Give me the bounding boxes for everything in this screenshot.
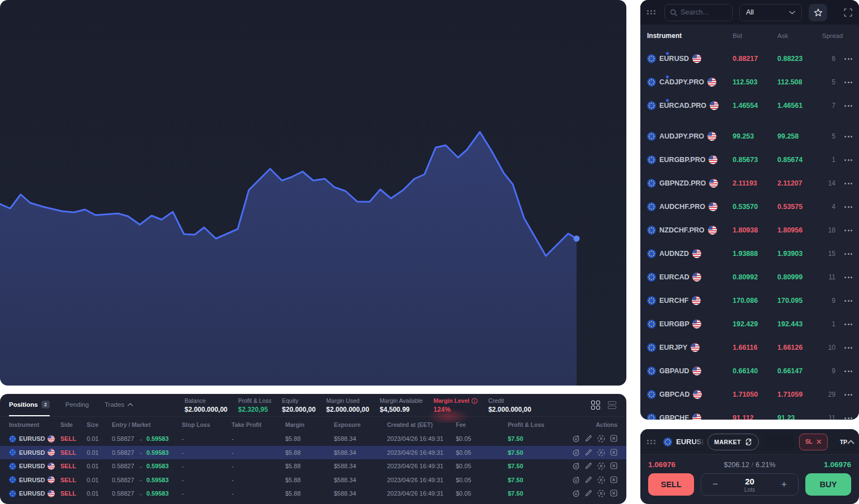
- bid-price[interactable]: 1.66116: [733, 344, 777, 351]
- position-id-icon[interactable]: ID: [572, 435, 580, 443]
- buy-button[interactable]: BUY: [805, 473, 851, 496]
- bid-price[interactable]: 2.11193: [733, 179, 777, 187]
- filter-dropdown[interactable]: All: [739, 4, 802, 21]
- watchlist-row[interactable]: EURUSD ★ 0.88217 0.88223 6: [640, 47, 859, 70]
- watchlist-row[interactable]: GBPAUD ★ 0.66140 0.66147 9: [640, 359, 859, 383]
- ask-price[interactable]: 1.46561: [777, 102, 822, 110]
- row-more-menu-icon[interactable]: [836, 417, 852, 419]
- watchlist-row[interactable]: GBPCAD ★ 1.71050 1.71059 29: [640, 383, 859, 406]
- watchlist-row[interactable]: AUDJPY.PRO ★ 99.253 99.258 5: [640, 125, 859, 148]
- grid-view-icon[interactable]: [591, 401, 600, 410]
- ask-price[interactable]: 1.66126: [777, 344, 822, 351]
- row-more-menu-icon[interactable]: [836, 394, 852, 396]
- watchlist-row[interactable]: GBPCHF ★ 91.112 91.23 11: [640, 406, 859, 420]
- close-position-icon[interactable]: [610, 462, 617, 469]
- row-more-menu-icon[interactable]: [836, 324, 852, 325]
- watchlist-row[interactable]: EURJPY ★ 1.66116 1.66126 10: [640, 336, 859, 359]
- ask-price[interactable]: 2.11207: [777, 179, 822, 187]
- watchlist-row[interactable]: AUDNZD ★ 1.93888 1.93903 15: [640, 242, 859, 265]
- watchlist-row[interactable]: EURGBP ★ 192.429 192.443 1: [640, 312, 859, 336]
- edit-icon[interactable]: [585, 476, 592, 483]
- bid-price[interactable]: 0.88217: [733, 55, 777, 63]
- bid-price[interactable]: 192.429: [733, 320, 777, 328]
- bid-price[interactable]: 1.80938: [733, 226, 777, 234]
- close-by-icon[interactable]: [597, 435, 605, 443]
- position-row[interactable]: EURUSD SELL 0.01 0.58827 → 0.59583 - - $…: [0, 459, 626, 473]
- row-more-menu-icon[interactable]: [836, 253, 852, 255]
- row-more-menu-icon[interactable]: [836, 206, 852, 208]
- order-amount-field[interactable]: [764, 434, 794, 450]
- bid-price[interactable]: 1.93888: [733, 250, 777, 258]
- close-position-icon[interactable]: [610, 476, 617, 483]
- edit-icon[interactable]: [585, 449, 592, 456]
- position-id-icon[interactable]: ID: [572, 449, 580, 457]
- close-by-icon[interactable]: [597, 462, 605, 470]
- watchlist-row[interactable]: EURCHF ★ 170.086 170.095 9: [640, 289, 859, 312]
- position-row[interactable]: EURUSD SELL 0.01 0.58827 → 0.59583 - - $…: [0, 487, 626, 501]
- ask-price[interactable]: 192.443: [777, 320, 822, 328]
- row-more-menu-icon[interactable]: [836, 82, 852, 83]
- bid-price[interactable]: 0.53570: [733, 203, 777, 211]
- take-profit-toggle[interactable]: TP: [840, 439, 847, 445]
- position-row[interactable]: EURUSD SELL 0.01 0.58827 → 0.59583 - - $…: [0, 432, 626, 446]
- ask-price[interactable]: 1.71059: [777, 391, 822, 398]
- watchlist-row[interactable]: AUDCHF.PRO ★ 0.53570 0.53575 4: [640, 195, 859, 218]
- sell-button[interactable]: SELL: [648, 473, 694, 496]
- row-more-menu-icon[interactable]: [836, 230, 852, 231]
- increase-quantity-button[interactable]: +: [779, 479, 789, 490]
- watchlist-row[interactable]: EURCAD ★ 0.80992 0.80999 11: [640, 265, 859, 289]
- position-row[interactable]: EURUSD SELL 0.01 0.58827 → 0.59583 - - $…: [0, 446, 626, 460]
- close-position-icon[interactable]: [610, 449, 617, 456]
- bid-price[interactable]: 112.503: [733, 78, 777, 86]
- position-id-icon[interactable]: ID: [572, 462, 580, 470]
- bid-price[interactable]: 0.85673: [733, 156, 777, 164]
- expand-panel-button[interactable]: [844, 8, 852, 17]
- drag-handle-icon[interactable]: [647, 10, 656, 15]
- position-id-icon[interactable]: ID: [572, 476, 580, 484]
- ask-price[interactable]: 1.80956: [777, 226, 822, 234]
- decrease-quantity-button[interactable]: −: [710, 479, 720, 490]
- ask-price[interactable]: 112.508: [777, 78, 822, 86]
- position-row[interactable]: EURUSD SELL 0.01 0.58827 → 0.59583 - - $…: [0, 473, 626, 487]
- list-view-icon[interactable]: [608, 401, 616, 409]
- ask-price[interactable]: 0.53575: [777, 203, 822, 211]
- watchlist-row[interactable]: GBPNZD.PRO ★ 2.11193 2.11207 14: [640, 172, 859, 195]
- close-position-icon[interactable]: [610, 435, 617, 442]
- bid-price[interactable]: 0.66140: [733, 367, 777, 375]
- position-id-icon[interactable]: ID: [572, 489, 580, 497]
- tab-trades[interactable]: Trades: [105, 394, 133, 416]
- close-by-icon[interactable]: [597, 489, 605, 497]
- quantity-display[interactable]: 20 Lots: [720, 477, 779, 493]
- close-by-icon[interactable]: [597, 449, 605, 457]
- bid-price[interactable]: 99.253: [733, 132, 777, 140]
- row-more-menu-icon[interactable]: [836, 105, 852, 107]
- ask-price[interactable]: 0.88223: [777, 55, 822, 63]
- edit-icon[interactable]: [585, 489, 592, 497]
- ask-price[interactable]: 0.66147: [777, 367, 822, 375]
- search-box[interactable]: [664, 4, 733, 21]
- tab-pending[interactable]: Pending: [65, 394, 89, 416]
- close-by-icon[interactable]: [597, 476, 605, 484]
- watchlist-row[interactable]: EURCAD.PRO ★ 1.46554 1.46561 7: [640, 94, 859, 117]
- row-more-menu-icon[interactable]: [836, 300, 852, 302]
- remove-sl-icon[interactable]: [816, 439, 822, 444]
- ask-price[interactable]: 1.93903: [777, 250, 822, 258]
- row-more-menu-icon[interactable]: [836, 370, 852, 372]
- watchlist-row[interactable]: NZDCHF.PRO ★ 1.80938 1.80956 18: [640, 218, 859, 242]
- ask-price[interactable]: 91.23: [777, 414, 822, 420]
- ask-price[interactable]: 99.258: [777, 132, 822, 140]
- edit-icon[interactable]: [585, 435, 592, 442]
- ask-price[interactable]: 0.85674: [777, 156, 822, 164]
- row-more-menu-icon[interactable]: [836, 277, 852, 278]
- collapse-panel-button[interactable]: [847, 440, 855, 444]
- row-more-menu-icon[interactable]: [836, 183, 852, 184]
- favorites-filter-button[interactable]: [809, 4, 827, 21]
- bid-price[interactable]: 1.71050: [733, 391, 777, 398]
- edit-icon[interactable]: [585, 462, 592, 469]
- order-type-button[interactable]: MARKET: [707, 434, 759, 450]
- row-more-menu-icon[interactable]: [836, 58, 852, 60]
- bid-price[interactable]: 1.46554: [733, 102, 777, 110]
- watchlist-row[interactable]: CADJPY.PRO ★ 112.503 112.508 5: [640, 70, 859, 94]
- drag-handle-icon[interactable]: [647, 440, 656, 444]
- ask-price[interactable]: 170.095: [777, 297, 822, 305]
